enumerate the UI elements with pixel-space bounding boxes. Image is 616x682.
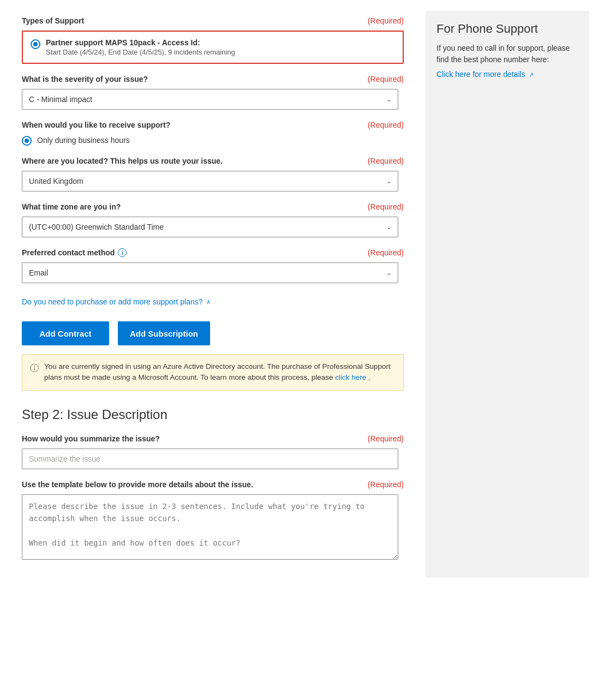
support-type-option[interactable]: Partner support MAPS 10pack - Access Id:…: [22, 31, 404, 64]
details-required: (Required): [368, 480, 404, 489]
summarize-required: (Required): [368, 434, 404, 443]
action-buttons-row: Add Contract Add Subscription: [22, 321, 404, 345]
details-label: Use the template below to provide more d…: [22, 480, 253, 489]
types-of-support-label: Types of Support: [22, 16, 84, 25]
warning-icon: ⓘ: [30, 362, 39, 375]
contact-method-select[interactable]: Email Phone: [22, 262, 398, 283]
support-timing-label: When would you like to receive support?: [22, 121, 170, 129]
warning-text-part2: .: [368, 373, 370, 381]
phone-support-sidebar: For Phone Support If you need to call in…: [426, 11, 589, 578]
contact-method-info-icon[interactable]: i: [118, 248, 127, 257]
radio-selected-icon: [31, 39, 40, 49]
warning-click-here-link[interactable]: click here: [335, 373, 366, 381]
summarize-label: How would you summarize the issue?: [22, 434, 160, 443]
contact-method-select-wrapper: Email Phone ⌄: [22, 262, 398, 283]
support-timing-option[interactable]: Only during business hours: [22, 135, 404, 146]
sidebar-link-text: Click here for more details: [436, 70, 525, 79]
support-timing-required: (Required): [368, 121, 404, 129]
severity-select[interactable]: A - Critical impact B - Moderate impact …: [22, 89, 398, 110]
timezone-required: (Required): [368, 202, 404, 211]
location-select[interactable]: United Kingdom United States Germany Fra…: [22, 171, 398, 192]
summarize-input[interactable]: [22, 448, 398, 469]
sidebar-title: For Phone Support: [436, 22, 578, 36]
location-label: Where are you located? This helps us rou…: [22, 157, 223, 165]
support-type-title: Partner support MAPS 10pack - Access Id:: [46, 38, 235, 47]
contact-method-label-text: Preferred contact method: [22, 248, 115, 257]
add-contract-button[interactable]: Add Contract: [22, 321, 109, 345]
details-textarea[interactable]: [22, 494, 398, 560]
severity-required: (Required): [368, 75, 404, 83]
warning-box: ⓘ You are currently signed in using an A…: [22, 354, 404, 391]
timezone-select[interactable]: (UTC+00:00) Greenwich Standard Time (UTC…: [22, 217, 398, 237]
timezone-select-wrapper: (UTC+00:00) Greenwich Standard Time (UTC…: [22, 217, 398, 237]
timing-radio-icon: [22, 136, 32, 146]
step2-title: Step 2: Issue Description: [22, 407, 404, 422]
timing-label: Only during business hours: [37, 136, 130, 145]
purchase-plans-link[interactable]: Do you need to purchase or add more supp…: [22, 297, 211, 306]
severity-select-wrapper: A - Critical impact B - Moderate impact …: [22, 89, 398, 110]
support-type-subtitle: Start Date (4/5/24), End Date (4/5/25), …: [46, 48, 235, 56]
contact-method-required: (Required): [368, 248, 404, 257]
support-type-text: Partner support MAPS 10pack - Access Id:…: [46, 38, 235, 56]
chevron-up-icon: ∧: [206, 298, 211, 306]
sidebar-link[interactable]: Click here for more details ↗: [436, 70, 534, 79]
timezone-label: What time zone are you in?: [22, 202, 121, 211]
step2-section: Step 2: Issue Description How would you …: [22, 407, 404, 561]
types-of-support-required: (Required): [368, 16, 404, 25]
sidebar-body: If you need to call in for support, plea…: [436, 43, 578, 65]
external-link-icon: ↗: [529, 71, 534, 78]
location-select-wrapper: United Kingdom United States Germany Fra…: [22, 171, 398, 192]
purchase-plans-link-text: Do you need to purchase or add more supp…: [22, 297, 203, 306]
warning-text: You are currently signed in using an Azu…: [44, 361, 396, 384]
location-required: (Required): [368, 157, 404, 165]
add-subscription-button[interactable]: Add Subscription: [118, 321, 210, 345]
severity-label: What is the severity of your issue?: [22, 75, 148, 83]
